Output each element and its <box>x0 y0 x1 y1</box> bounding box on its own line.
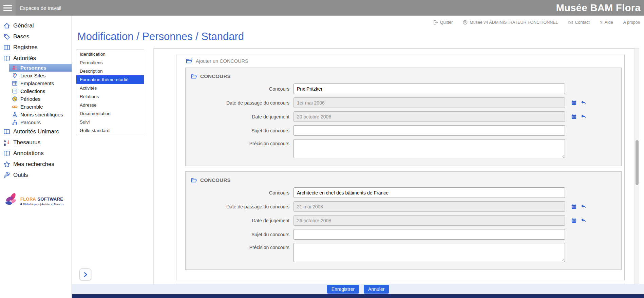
links-icon <box>12 104 18 110</box>
undo-icon[interactable] <box>581 204 586 209</box>
sidebar-item-noms-scientifiques[interactable]: Noms scientifiques <box>9 111 72 118</box>
sidebar-item-personnes[interactable]: Personnes <box>9 64 72 72</box>
sidebar-item-general[interactable]: Général <box>0 20 72 31</box>
undo-icon[interactable] <box>581 114 586 119</box>
main-area: Quitter Musée v4 ADMINISTRATEUR FONCTION… <box>72 16 644 298</box>
precision-textarea[interactable] <box>293 139 565 158</box>
sujet-input[interactable] <box>293 125 565 136</box>
vertical-scrollbar[interactable] <box>634 48 639 284</box>
quit-link[interactable]: Quitter <box>433 20 453 25</box>
calendar-icon[interactable] <box>571 204 577 209</box>
grid-icon <box>12 80 18 86</box>
sidebar-item-thesaurus[interactable]: AB Thesaurus <box>0 137 72 148</box>
tab-permaliens[interactable]: Permaliens <box>76 58 144 67</box>
sidebar-item-registres[interactable]: Registres <box>0 42 72 53</box>
sidebar-item-label: Emplacements <box>20 80 54 86</box>
field-label-precision: Précision concours <box>186 243 293 250</box>
undo-icon[interactable] <box>581 100 586 106</box>
sidebar-item-autorites-unimarc[interactable]: Autorités Unimarc <box>0 126 72 137</box>
about-link[interactable]: A propos <box>623 20 640 25</box>
calendar-icon[interactable] <box>571 100 577 106</box>
workspaces-label[interactable]: Espaces de travail <box>20 5 61 11</box>
sidebar-item-periodes[interactable]: Périodes <box>9 95 72 103</box>
sidebar-item-ensemble[interactable]: Ensemble <box>9 103 72 111</box>
sidebar-item-label: Noms scientifiques <box>20 112 63 117</box>
flower-icon <box>3 192 19 210</box>
sidebar-item-emplacements[interactable]: Emplacements <box>9 79 72 87</box>
sidebar-item-collections[interactable]: Collections <box>9 87 72 95</box>
bottom-strip <box>72 294 644 298</box>
sitemap-icon <box>12 119 18 125</box>
sidebar-item-label: Outils <box>13 172 28 179</box>
sidebar-item-lieux-sites[interactable]: Lieux-Sites <box>9 72 72 79</box>
brand-secondary: SOFTWARE <box>37 197 63 202</box>
tab-grille-standard[interactable]: Grille standard <box>76 126 144 135</box>
concours-panel-header: CONCOURS <box>191 177 621 183</box>
sidebar-item-label: Autorités <box>13 55 36 62</box>
logout-icon <box>433 20 438 25</box>
scrollbar-thumb[interactable] <box>636 140 639 185</box>
action-bar: Enregistrer Annuler <box>72 284 644 294</box>
tag-icon <box>3 33 10 40</box>
date-jugement-input[interactable] <box>293 111 565 122</box>
concours-input[interactable] <box>293 83 565 94</box>
date-passage-input[interactable] <box>293 201 565 212</box>
app-title: Musée BAM Flora <box>556 2 644 14</box>
calendar-icon[interactable] <box>571 218 577 223</box>
tab-relations[interactable]: Relations <box>76 92 144 101</box>
concours-panel-header: CONCOURS <box>191 73 621 79</box>
page-title: Modification / Personnes / Standard <box>77 31 244 43</box>
menu-button[interactable] <box>0 0 16 16</box>
tab-documentation[interactable]: Documentation <box>76 109 144 118</box>
sidebar-item-outils[interactable]: Outils <box>0 170 72 181</box>
sidebar-item-parcours[interactable]: Parcours <box>9 118 72 126</box>
sujet-input[interactable] <box>293 229 565 240</box>
collapse-menu-button[interactable] <box>79 268 91 280</box>
sidebar-item-mes-recherches[interactable]: Mes recherches <box>0 159 72 170</box>
tab-description[interactable]: Description <box>76 67 144 75</box>
user-menu[interactable]: Musée v4 ADMINISTRATEUR FONCTIONNEL <box>463 20 558 25</box>
star-icon <box>3 161 10 168</box>
calendar-icon[interactable] <box>571 114 577 119</box>
sidebar-item-label: Thesaurus <box>13 139 40 146</box>
book-icon <box>3 128 10 135</box>
sidebar-item-label: Lieux-Sites <box>20 73 45 78</box>
panel-title: CONCOURS <box>200 73 231 79</box>
tab-suivi[interactable]: Suivi <box>76 118 144 126</box>
sidebar-item-label: Parcours <box>20 119 41 125</box>
sidebar-item-label: Périodes <box>20 96 40 102</box>
sidebar-item-label: Personnes <box>20 65 46 71</box>
sidebar-item-label: Autorités Unimarc <box>13 128 59 135</box>
precision-textarea[interactable] <box>293 243 565 262</box>
map-pin-icon <box>12 73 18 78</box>
field-label-precision: Précision concours <box>186 139 293 146</box>
field-label-sujet: Sujet du concours <box>186 232 293 237</box>
add-concours-section: Ajouter un CONCOURS CONCOURS Concours Da… <box>176 55 625 280</box>
field-label-concours: Concours <box>186 190 293 195</box>
list-icon <box>12 88 18 94</box>
sidebar-item-label: Collections <box>20 88 45 94</box>
book-icon <box>3 55 10 62</box>
tab-formation-theme-etudie[interactable]: Formation-thème etudié <box>76 75 144 84</box>
tab-activites[interactable]: Activités <box>76 84 144 92</box>
sidebar-item-bases[interactable]: Bases <box>0 31 72 42</box>
sidebar-item-annotations[interactable]: Annotations <box>0 148 72 159</box>
cancel-button[interactable]: Annuler <box>364 285 389 294</box>
sidebar-item-autorites[interactable]: Autorités <box>0 53 72 64</box>
date-jugement-input[interactable] <box>293 215 565 226</box>
book-icon <box>3 150 10 157</box>
undo-icon[interactable] <box>581 218 586 223</box>
help-link[interactable]: ? Aide <box>600 20 613 25</box>
field-label-sujet: Sujet du concours <box>186 128 293 133</box>
field-label-concours: Concours <box>186 86 293 92</box>
wrench-icon <box>3 172 10 179</box>
concours-input[interactable] <box>293 187 565 198</box>
add-concours-header[interactable]: Ajouter un CONCOURS <box>185 55 622 68</box>
svg-text:B: B <box>4 143 6 146</box>
date-passage-input[interactable] <box>293 97 565 108</box>
field-label-date-passage: Date de passage du concours <box>186 204 293 209</box>
tab-identification[interactable]: Identification <box>76 50 144 58</box>
contact-link[interactable]: Contact <box>568 20 590 25</box>
tab-adresse[interactable]: Adresse <box>76 101 144 109</box>
save-button[interactable]: Enregistrer <box>327 285 359 294</box>
